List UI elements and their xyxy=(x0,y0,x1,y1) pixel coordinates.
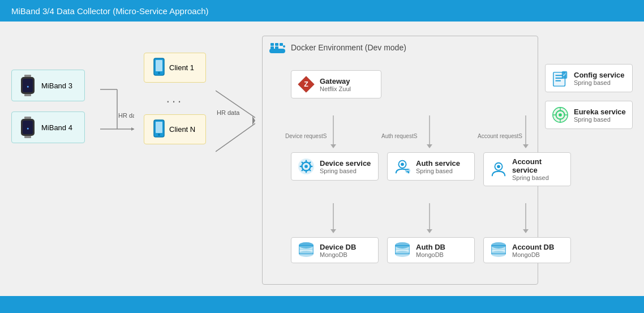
auth-service-box: Auth service Spring based xyxy=(387,152,475,181)
docker-section: Docker Environment (Dev mode) xyxy=(262,36,538,285)
svg-point-21 xyxy=(158,134,160,136)
docker-label: Docker Environment (Dev mode) xyxy=(268,41,532,54)
auth-db-box: Auth DB MongoDB xyxy=(387,237,475,263)
svg-rect-5 xyxy=(24,117,31,119)
gateway-name: Gateway xyxy=(320,77,351,85)
svg-rect-85 xyxy=(556,80,561,82)
miband3-label: MiBand 3 xyxy=(41,82,72,90)
device-service-text: Device service Spring based xyxy=(320,159,371,174)
eureka-service-name: Eureka service xyxy=(574,108,626,116)
miband4-box: ● MiBand 4 xyxy=(11,112,85,143)
auth-db-name: Auth DB xyxy=(416,243,445,251)
svg-rect-31 xyxy=(275,46,278,49)
account-service-text: Account service Spring based xyxy=(512,157,565,181)
left-connectors: HR data xyxy=(100,64,134,177)
config-service-box: ✓ Config service Spring based xyxy=(545,64,633,92)
device-db-text: Device DB MongoDB xyxy=(320,243,356,258)
account-db-icon xyxy=(490,242,508,258)
account-db-box: Account DB MongoDB xyxy=(483,237,571,263)
svg-text:●: ● xyxy=(27,126,29,130)
eureka-service-icon xyxy=(551,106,569,124)
watch-icon-2: ● xyxy=(19,117,37,138)
device-db-icon xyxy=(297,242,315,258)
auth-db-icon xyxy=(393,242,411,258)
clientN-label: Client N xyxy=(169,125,195,134)
gateway-box: Z Gateway Netflix Zuul xyxy=(291,70,381,98)
account-db-text: Account DB MongoDB xyxy=(512,243,554,258)
config-service-sub: Spring based xyxy=(574,79,625,86)
svg-rect-28 xyxy=(275,43,278,46)
config-service-text: Config service Spring based xyxy=(574,71,625,86)
svg-rect-29 xyxy=(280,43,283,46)
account-service-box: Account service Spring based xyxy=(483,152,571,186)
client1-box: Client 1 xyxy=(144,53,206,83)
svg-text:Z: Z xyxy=(304,80,308,88)
auth-service-text: Auth service Spring based xyxy=(416,159,460,174)
svg-rect-6 xyxy=(24,136,31,138)
phone-icon-n xyxy=(153,119,165,139)
app-title: MiBand 3/4 Data Collector (Micro-Service… xyxy=(11,6,208,16)
miband4-label: MiBand 4 xyxy=(41,123,72,132)
svg-marker-41 xyxy=(427,229,432,233)
svg-point-63 xyxy=(401,162,404,166)
config-service-icon: ✓ xyxy=(551,69,569,87)
auth-service-sub: Spring based xyxy=(416,168,460,174)
docker-icon xyxy=(268,41,286,54)
device-service-box: Device service Spring based xyxy=(291,152,379,181)
device-db-name: Device DB xyxy=(320,243,356,251)
account-service-name: Account service xyxy=(512,157,565,174)
auth-service-icon xyxy=(393,157,411,175)
clientN-box: Client N xyxy=(144,114,206,144)
svg-point-80 xyxy=(492,243,505,248)
svg-point-76 xyxy=(396,243,409,248)
account-db-sub: MongoDB xyxy=(512,251,554,258)
svg-text:✓: ✓ xyxy=(563,71,567,78)
svg-marker-39 xyxy=(330,229,336,233)
svg-point-18 xyxy=(158,72,160,74)
account-service-sub: Spring based xyxy=(512,174,565,181)
svg-marker-35 xyxy=(427,144,432,148)
device-db-box: Device DB MongoDB xyxy=(291,237,379,263)
miband3-box: ● MiBand 3 xyxy=(11,70,85,101)
title-bar: MiBand 3/4 Data Collector (Micro-Service… xyxy=(0,0,644,22)
svg-text:●: ● xyxy=(27,84,29,88)
svg-point-71 xyxy=(299,251,313,256)
auth-db-text: Auth DB MongoDB xyxy=(416,243,445,258)
svg-rect-27 xyxy=(271,43,274,46)
watch-icon: ● xyxy=(19,75,37,96)
svg-marker-37 xyxy=(523,144,529,148)
auth-service-name: Auth service xyxy=(416,159,460,168)
svg-point-32 xyxy=(283,45,285,48)
right-services-section: ✓ Config service Spring based xyxy=(545,36,633,129)
docker-env-label: Docker Environment (Dev mode) xyxy=(291,43,406,52)
eureka-service-sub: Spring based xyxy=(574,116,626,123)
svg-rect-1 xyxy=(24,94,31,96)
eureka-service-text: Eureka service Spring based xyxy=(574,108,626,123)
device-service-icon xyxy=(297,157,315,175)
svg-marker-14 xyxy=(131,127,134,131)
svg-rect-84 xyxy=(556,78,563,79)
svg-rect-0 xyxy=(24,75,31,77)
svg-point-72 xyxy=(299,243,313,248)
bottom-bar xyxy=(0,296,644,313)
svg-text:HR data: HR data xyxy=(217,109,240,116)
svg-marker-43 xyxy=(523,229,529,233)
svg-rect-30 xyxy=(271,46,274,49)
device-service-name: Device service xyxy=(320,159,371,168)
devices-section: ● MiBand 3 ● MiBand 4 xyxy=(11,36,93,143)
svg-marker-44 xyxy=(330,144,336,148)
svg-text:Device requestS: Device requestS xyxy=(285,133,327,139)
device-service-sub: Spring based xyxy=(320,168,371,174)
gateway-sub: Netflix Zuul xyxy=(320,85,351,92)
svg-rect-26 xyxy=(269,49,285,53)
svg-text:HR data: HR data xyxy=(118,112,134,119)
svg-line-23 xyxy=(216,123,255,152)
client1-label: Client 1 xyxy=(169,63,194,72)
gateway-icon: Z xyxy=(297,75,315,93)
account-service-icon xyxy=(490,160,508,178)
dots: ... xyxy=(166,91,183,106)
eureka-service-box: Eureka service Spring based xyxy=(545,101,633,129)
svg-text:Auth requestS: Auth requestS xyxy=(381,133,418,139)
svg-point-68 xyxy=(497,165,500,168)
svg-rect-20 xyxy=(156,122,162,133)
